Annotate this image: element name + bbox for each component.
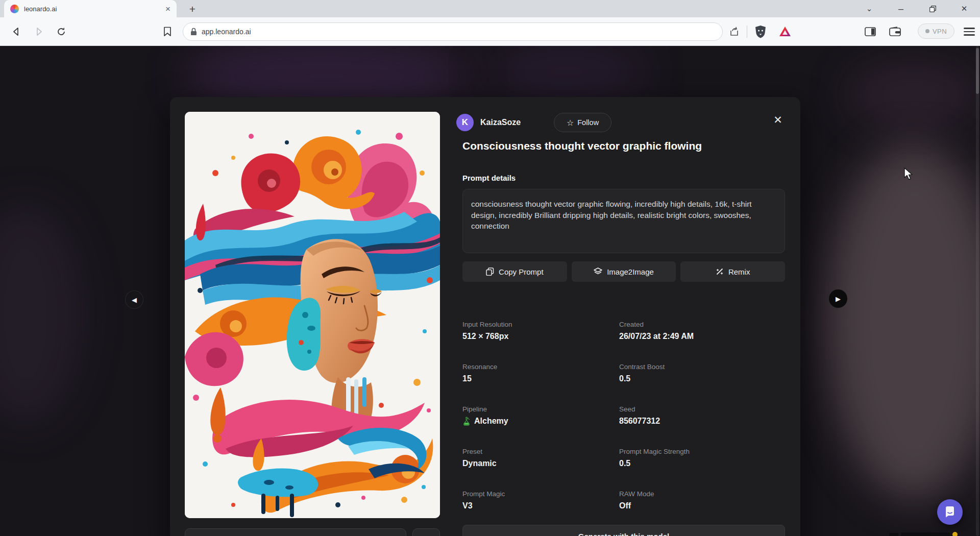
reload-button[interactable] [56, 27, 66, 37]
bookmark-icon[interactable] [163, 27, 172, 37]
remix-wand-icon [716, 267, 724, 276]
avatar[interactable]: K [456, 114, 474, 131]
generated-image[interactable] [185, 112, 440, 518]
author-name[interactable]: KaizaSoze [480, 118, 521, 127]
backdrop-glow [847, 61, 980, 128]
close-modal-button[interactable]: ✕ [770, 112, 786, 128]
detail-pipeline: Pipeline Alchemy [462, 405, 616, 426]
detail-raw-mode: RAW Mode Off [619, 490, 772, 510]
detail-preset: Preset Dynamic [462, 448, 616, 468]
copy-icon [486, 267, 494, 276]
address-bar[interactable]: app.leonardo.ai [183, 22, 723, 41]
back-button[interactable] [11, 27, 21, 37]
detail-resonance: Resonance 15 [462, 363, 616, 383]
generation-detail-modal: K KaizaSoze ☆ Follow ✕ Consciousness tho… [170, 97, 800, 536]
detail-prompt-magic-strength: Prompt Magic Strength 0.5 [619, 448, 772, 468]
next-arrow-icon: ▶ [836, 295, 841, 303]
backdrop-glow [0, 204, 82, 424]
image2image-button[interactable]: Image2Image [572, 261, 676, 282]
detail-prompt-magic: Prompt Magic V3 [462, 490, 616, 510]
artwork-illustration [185, 112, 440, 518]
detail-contrast-boost: Contrast Boost 0.5 [619, 363, 772, 383]
support-chat-button[interactable] [937, 499, 963, 525]
layers-icon [594, 267, 602, 276]
detail-input-resolution: Input Resolution 512 × 768px [462, 321, 616, 341]
backdrop-glow [485, 46, 648, 102]
vpn-button[interactable]: VPN [918, 23, 954, 39]
tab-title: leonardo.ai [24, 5, 160, 13]
brave-shield-icon[interactable] [754, 25, 767, 38]
window-controls: ⌄ – ✕ [853, 0, 980, 17]
menu-icon[interactable] [964, 26, 975, 37]
remix-label: Remix [728, 267, 750, 276]
site-favicon [10, 5, 19, 13]
image-action-square-partial[interactable] [412, 528, 440, 536]
detail-seed: Seed 856077312 [619, 405, 772, 426]
prev-arrow-icon: ◀ [132, 296, 137, 304]
image2image-label: Image2Image [607, 267, 654, 276]
sidebar-panel-icon[interactable] [865, 27, 876, 36]
pipeline-value: Alchemy [474, 417, 508, 426]
generation-title: Consciousness thought vector graphic flo… [462, 140, 789, 152]
tab-search-chevron-icon[interactable]: ⌄ [853, 0, 885, 17]
copy-prompt-label: Copy Prompt [499, 267, 544, 276]
close-window-button[interactable]: ✕ [948, 0, 980, 17]
restore-button[interactable] [917, 0, 948, 17]
share-icon[interactable] [729, 26, 740, 37]
prompt-details-heading: Prompt details [462, 174, 516, 182]
new-tab-button[interactable]: + [186, 3, 199, 16]
browser-window: leonardo.ai × + ⌄ – ✕ [0, 0, 980, 536]
browser-toolbar: app.leonardo.ai VPN [0, 17, 980, 46]
next-image-button[interactable]: ▶ [829, 289, 847, 308]
toolbar-divider [747, 26, 747, 38]
image-actions-bar-partial[interactable] [185, 528, 406, 536]
lock-icon [190, 28, 197, 36]
prompt-action-row: Copy Prompt Image2Image Remix [462, 261, 785, 282]
url-text: app.leonardo.ai [202, 28, 251, 36]
previous-image-button[interactable]: ◀ [125, 290, 143, 309]
mouse-cursor [903, 167, 915, 183]
browser-tab[interactable]: leonardo.ai × [4, 0, 177, 17]
partial-watermark [889, 532, 958, 536]
copy-prompt-button[interactable]: Copy Prompt [462, 261, 567, 282]
vpn-status-dot [925, 29, 929, 33]
forward-button[interactable] [34, 27, 44, 37]
chat-bubble-icon [944, 506, 956, 518]
generate-with-model-button[interactable]: Generate with this model [462, 525, 785, 536]
wallet-icon[interactable] [889, 27, 901, 37]
tab-close-icon[interactable]: × [165, 5, 170, 13]
detail-created: Created 26/07/23 at 2:49 AM [619, 321, 772, 341]
page-scrollbar[interactable] [976, 46, 979, 536]
tab-strip: leonardo.ai × + ⌄ – ✕ [0, 0, 980, 17]
vpn-label: VPN [933, 28, 947, 35]
follow-label: Follow [577, 118, 599, 127]
restore-icon [929, 6, 936, 12]
bat-rewards-icon[interactable] [778, 26, 792, 38]
minimize-button[interactable]: – [885, 0, 917, 17]
follow-button[interactable]: ☆ Follow [554, 113, 611, 132]
prompt-text-box[interactable]: consciousness thought vector graphic flo… [462, 189, 785, 253]
alchemy-flask-icon [462, 417, 471, 426]
remix-button[interactable]: Remix [680, 261, 785, 282]
page-scrollbar-thumb[interactable] [976, 48, 979, 94]
backdrop-next-image-blur [827, 143, 980, 500]
star-icon: ☆ [567, 118, 574, 128]
